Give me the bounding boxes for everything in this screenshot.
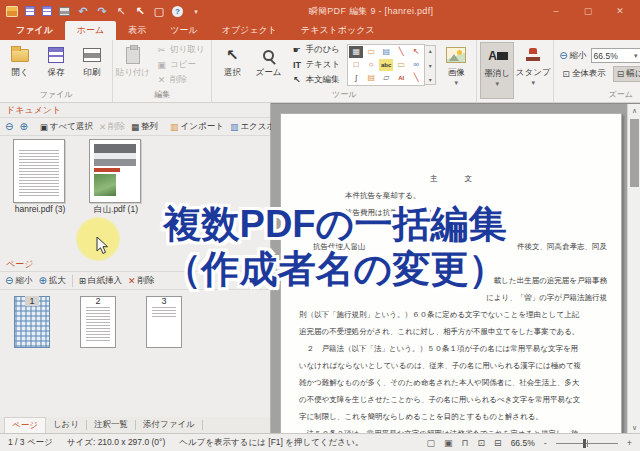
markup-group-label xyxy=(480,99,550,102)
cursor-icon[interactable]: ↖ xyxy=(134,5,146,17)
image-tool-icon[interactable]: ▦ xyxy=(349,46,363,58)
tab-tools[interactable]: ツール xyxy=(158,21,209,40)
palette-scroll-up-icon[interactable]: ▴ xyxy=(429,47,432,54)
tab-view[interactable]: 表示 xyxy=(116,21,158,40)
cut-button[interactable]: ✂切り取り xyxy=(154,43,206,57)
tab-annotations[interactable]: 注釈一覧 xyxy=(87,417,135,433)
image-button[interactable]: 画像▾ xyxy=(439,42,473,88)
body-edit-button[interactable]: ↖本文編集 xyxy=(289,73,342,87)
select-object-icon[interactable]: ↖ xyxy=(115,5,127,17)
edit-group-label: 編集 xyxy=(116,88,208,102)
copy-button[interactable]: ▣コピー xyxy=(154,58,206,72)
redo-icon[interactable]: ↷ xyxy=(96,5,108,17)
minimize-button[interactable]: – xyxy=(540,1,572,21)
qa-dropdown-icon[interactable]: ▾ xyxy=(190,5,202,17)
open-button[interactable]: 開く xyxy=(3,42,37,88)
single-page-view-icon[interactable]: ▢ xyxy=(426,438,435,448)
tab-home[interactable]: ホーム xyxy=(65,21,116,40)
scrollbar-thumb[interactable] xyxy=(630,119,639,187)
ribbon-tab-bar: ファイル ホーム 表示 ツール オブジェクト テキストボックス xyxy=(0,22,640,40)
zoom-slider[interactable] xyxy=(556,438,618,448)
hand-tool-button[interactable]: ☛手のひら xyxy=(289,43,342,57)
document-label-hanrei[interactable]: hanrei.pdf (3) xyxy=(2,204,78,214)
redact-button[interactable]: A墨消し▾ xyxy=(480,42,514,99)
fit-page-button[interactable]: ⊡全体表示 xyxy=(559,67,609,81)
document-thumbnail-hakusan[interactable] xyxy=(89,139,141,203)
maximize-button[interactable]: ▢ xyxy=(572,1,604,21)
print-button[interactable]: 印刷 xyxy=(75,42,109,88)
tab-bookmarks[interactable]: しおり xyxy=(46,417,86,433)
vertical-scrollbar[interactable]: ∧ ∨ xyxy=(627,104,640,433)
ellipse-tool-icon[interactable]: ○ xyxy=(364,59,378,71)
fit-height-icon[interactable]: ⊓ xyxy=(462,438,469,448)
fit-page-icon[interactable]: ⊡ xyxy=(478,438,486,448)
close-button[interactable]: ✕ xyxy=(604,1,636,21)
palette-scroll-down-icon[interactable]: ▾ xyxy=(429,76,432,83)
document-thumbnail-hanrei[interactable] xyxy=(13,139,65,203)
undo-icon[interactable]: ↶ xyxy=(77,5,89,17)
zoom-out-icon: ⊖ xyxy=(559,50,567,61)
save-button[interactable]: 保存 xyxy=(39,42,73,88)
pages-zoom-in-button[interactable]: ⊕拡大 xyxy=(38,275,65,287)
zoom-slider-minus[interactable]: - xyxy=(544,438,547,448)
caption-line2: （作成者名の変更） xyxy=(112,247,558,292)
pen-tool-icon[interactable]: ╲ xyxy=(394,46,408,58)
tab-object[interactable]: オブジェクト xyxy=(210,21,289,40)
paste-button[interactable]: 貼り付け xyxy=(116,42,150,88)
attach-tool-icon[interactable]: ʃ xyxy=(349,72,363,84)
palette-dropdown-icon[interactable]: ▾ xyxy=(429,62,432,69)
line-tool-icon[interactable]: ╲ xyxy=(409,72,423,84)
rect-tool-icon[interactable]: □ xyxy=(349,59,363,71)
window-controls: – ▢ ✕ xyxy=(540,1,636,21)
new-page-icon[interactable]: ▢ xyxy=(153,5,165,17)
tab-textbox[interactable]: テキストボックス xyxy=(289,21,387,40)
save-as-icon[interactable] xyxy=(42,6,52,16)
scroll-down-icon[interactable]: ∨ xyxy=(628,421,640,433)
doc-line: 追完届の不受理処分がされ、これに対し、相手方が不服申立てをした事案である。 xyxy=(299,323,607,340)
stamp-icon xyxy=(526,48,540,62)
zoom-tool-button[interactable]: ズーム xyxy=(251,42,285,88)
text-tool-button[interactable]: ITテキスト xyxy=(289,58,342,72)
print-icon[interactable] xyxy=(59,7,70,16)
fit-width-button[interactable]: ⊟幅に合わせる xyxy=(613,66,640,82)
callout-tool-icon[interactable]: ▱ xyxy=(379,72,393,84)
text-note-tool-icon[interactable]: ▤ xyxy=(379,46,393,58)
tab-pages[interactable]: ページ xyxy=(4,417,46,434)
page-number-3: 3 xyxy=(146,296,182,306)
arrow-tool-icon[interactable]: ↖ xyxy=(409,46,423,58)
stamp-button[interactable]: スタンプ▾ xyxy=(516,42,550,99)
comment-tool-icon[interactable]: ▭ xyxy=(364,46,378,58)
zoom-out-button[interactable]: ⊖縮小 xyxy=(559,50,586,62)
mountain-photo xyxy=(94,144,136,166)
zoom-slider-plus[interactable]: + xyxy=(627,438,632,448)
tab-file[interactable]: ファイル xyxy=(4,21,65,40)
delete-button[interactable]: ✕削除 xyxy=(154,73,206,87)
highlight-tool-icon[interactable]: abc xyxy=(379,59,393,71)
save-icon[interactable] xyxy=(25,6,35,16)
select-all-button[interactable]: ▣すべて選択 xyxy=(40,121,93,133)
import-button[interactable]: ▥インポート xyxy=(170,121,224,133)
page-number-1: 1 xyxy=(14,296,50,306)
image-dropdown-icon[interactable]: ▾ xyxy=(454,81,458,85)
select-button[interactable]: ↖選択 xyxy=(215,42,249,88)
balloon-tool-icon[interactable]: ▭ xyxy=(394,59,408,71)
pages-zoom-out-button[interactable]: ⊖縮小 xyxy=(5,275,32,287)
tab-attachments[interactable]: 添付ファイル xyxy=(136,417,202,433)
zoom-slider-handle[interactable] xyxy=(583,439,586,448)
ai-text-tool-icon[interactable]: AI xyxy=(394,72,408,84)
doc-zoom-in-button[interactable]: ⊕ xyxy=(19,121,27,132)
ribbon-group-edit: 貼り付け ✂切り取り ▣コピー ✕削除 編集 xyxy=(113,40,212,102)
zoom-combo-caret-icon[interactable]: ▾ xyxy=(634,54,638,58)
scroll-up-icon[interactable]: ∧ xyxy=(628,104,640,117)
facing-page-view-icon[interactable]: ▣ xyxy=(444,438,453,448)
zoom-level-combobox[interactable]: 66.5%▾ xyxy=(591,48,640,63)
fit-width-icon[interactable]: ⊟ xyxy=(494,438,502,448)
doc-delete-button[interactable]: ✕削除 xyxy=(99,121,125,133)
redact-dropdown-icon[interactable]: ▾ xyxy=(495,82,499,86)
note-tool-icon[interactable]: ▤ xyxy=(364,72,378,84)
link-tool-icon[interactable]: ∞ xyxy=(409,59,423,71)
doc-zoom-out-button[interactable]: ⊖ xyxy=(5,121,13,132)
stamp-dropdown-icon[interactable]: ▾ xyxy=(531,81,535,85)
arrange-button[interactable]: ▦整列 xyxy=(131,121,158,133)
help-icon[interactable]: ? xyxy=(172,6,183,17)
